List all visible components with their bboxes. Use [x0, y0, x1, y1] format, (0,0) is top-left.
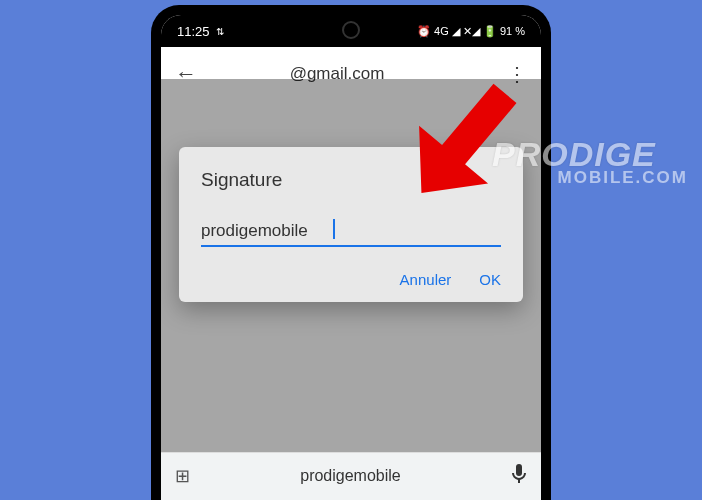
- ok-button[interactable]: OK: [479, 271, 501, 288]
- signature-input[interactable]: [201, 217, 501, 247]
- mic-icon[interactable]: [511, 464, 527, 489]
- front-camera: [342, 21, 360, 39]
- text-cursor: [333, 219, 335, 239]
- status-indicators: ⏰ 4G ◢ ✕◢ 🔋 91 %: [417, 25, 525, 38]
- cancel-button[interactable]: Annuler: [400, 271, 452, 288]
- signature-dialog: Signature Annuler OK: [179, 147, 523, 302]
- status-small-icon: ⇅: [216, 26, 224, 37]
- dialog-actions: Annuler OK: [201, 271, 501, 288]
- suggestion-bar: ⊞ prodigemobile: [161, 453, 541, 499]
- phone-frame: 11:25 ⇅ ⏰ 4G ◢ ✕◢ 🔋 91 % ← @gmail.com ⋮ …: [151, 5, 551, 500]
- dialog-title: Signature: [201, 169, 501, 191]
- app-content: ← @gmail.com ⋮ G C A Type de réponse par…: [161, 47, 541, 500]
- signature-input-wrap[interactable]: [201, 217, 501, 247]
- suggestion-text[interactable]: prodigemobile: [202, 467, 499, 485]
- soft-keyboard[interactable]: ⊞ prodigemobile 1a2z3e4r5t6y7u8i9o0p: [161, 452, 541, 500]
- status-time: 11:25: [177, 24, 210, 39]
- grid-icon[interactable]: ⊞: [175, 465, 190, 487]
- screen: 11:25 ⇅ ⏰ 4G ◢ ✕◢ 🔋 91 % ← @gmail.com ⋮ …: [161, 15, 541, 500]
